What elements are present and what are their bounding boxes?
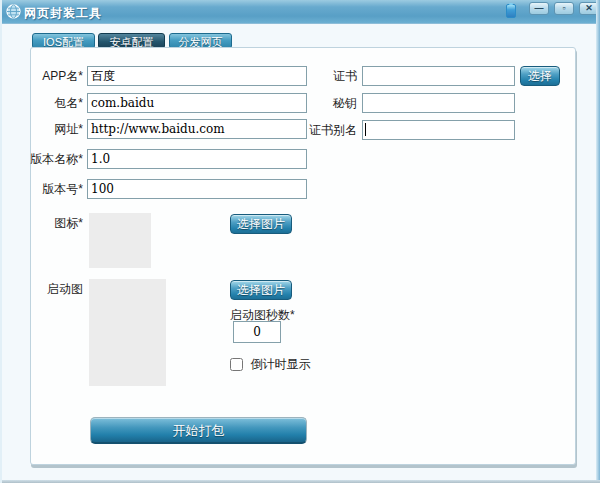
start-packaging-button[interactable]: 开始打包 bbox=[90, 417, 307, 444]
countdown-checkbox-label[interactable]: 倒计时显示 bbox=[250, 357, 310, 371]
choose-icon-image-button[interactable]: 选择图片 bbox=[230, 214, 292, 234]
app-name-label: APP名* bbox=[2, 66, 83, 86]
icon-preview bbox=[89, 213, 151, 268]
splash-preview bbox=[89, 279, 166, 386]
cert-alias-label: 证书别名 bbox=[301, 120, 357, 140]
maximize-button[interactable]: ▫ bbox=[554, 2, 574, 15]
secret-key-label: 秘钥 bbox=[301, 93, 357, 113]
package-name-input[interactable] bbox=[87, 93, 307, 113]
tray-badge-icon bbox=[506, 4, 516, 18]
app-window: 网页封装工具 — ▫ ✕ IOS配置 安卓配置 分发网页 APP名* 包名* 网… bbox=[0, 0, 600, 483]
window-title: 网页封装工具 bbox=[24, 5, 102, 22]
version-name-label: 版本名称* bbox=[2, 149, 83, 169]
minimize-button[interactable]: — bbox=[529, 2, 549, 15]
url-label: 网址* bbox=[2, 119, 83, 139]
text-caret bbox=[365, 123, 366, 136]
splash-seconds-input[interactable] bbox=[233, 321, 281, 343]
version-name-input[interactable] bbox=[87, 149, 307, 169]
package-name-label: 包名* bbox=[2, 93, 83, 113]
window-right-border bbox=[596, 0, 600, 483]
certificate-label: 证书 bbox=[301, 66, 357, 86]
icon-label: 图标* bbox=[2, 213, 83, 233]
choose-certificate-button[interactable]: 选择 bbox=[520, 66, 560, 86]
version-code-label: 版本号* bbox=[2, 179, 83, 199]
secret-key-input[interactable] bbox=[362, 93, 515, 113]
globe-icon bbox=[6, 4, 21, 19]
countdown-checkbox[interactable] bbox=[230, 358, 243, 371]
countdown-row: 倒计时显示 bbox=[230, 355, 310, 369]
cert-alias-input[interactable] bbox=[362, 120, 515, 140]
splash-label: 启动图 bbox=[2, 279, 83, 299]
app-name-input[interactable] bbox=[87, 66, 307, 86]
certificate-input[interactable] bbox=[362, 66, 515, 86]
url-input[interactable] bbox=[87, 119, 307, 139]
choose-splash-image-button[interactable]: 选择图片 bbox=[230, 280, 292, 300]
version-code-input[interactable] bbox=[87, 179, 307, 199]
title-bar: 网页封装工具 — ▫ ✕ bbox=[2, 0, 600, 24]
